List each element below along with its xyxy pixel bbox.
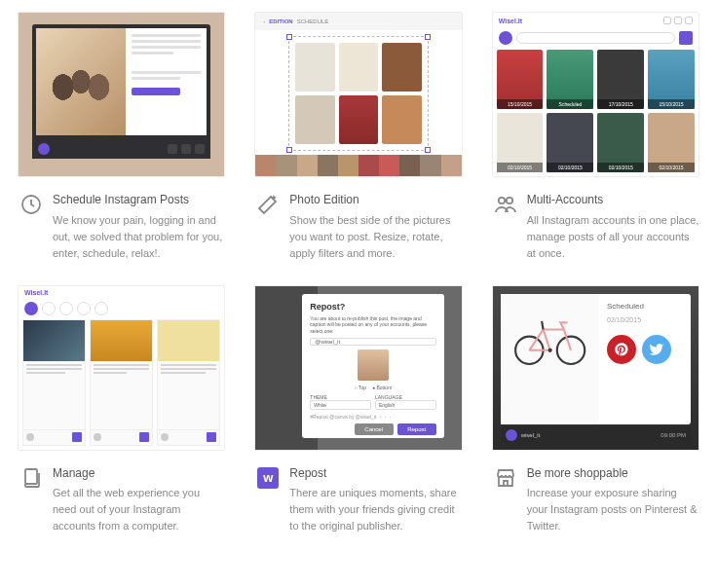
thumbnail-editor: ‹ EDITION SCHEDULE [254,12,462,177]
document-stack-icon [18,464,45,492]
bike-image [501,294,599,424]
cancel-button[interactable]: Cancel [355,423,394,435]
date-label: 02/10/2015 [607,316,683,323]
feature-card-multi: Wisel.It 15/10/2015 Scheduled 17/10/2015… [492,12,699,262]
magic-wand-icon [254,191,282,218]
feature-desc: Show the best side of the pictures you w… [289,212,462,262]
feature-desc: Increase your exposure sharing your Inst… [527,485,699,534]
feature-title: Schedule Instagram Posts [53,191,225,209]
feature-card-schedule: Schedule Instagram Posts We know your pa… [18,12,225,262]
feature-desc: All Instagram accounts in one place, man… [527,212,699,262]
status-label: Scheduled [607,302,683,311]
theme-select[interactable]: White [310,400,371,410]
feature-title: Repost [289,464,462,483]
feature-title: Multi-Accounts [527,191,699,209]
thumbnail-schedule [18,12,225,177]
lang-select[interactable]: English [375,400,436,410]
shop-icon [492,464,519,492]
svg-rect-3 [25,469,37,484]
pos-top-radio[interactable]: Top [355,385,366,390]
pinterest-icon[interactable] [607,335,636,364]
users-icon [492,191,519,218]
repost-badge-icon: w [254,464,282,492]
feature-card-manage: Wisel.It Manage Get all the web experien… [18,285,225,535]
twitter-icon[interactable] [642,335,671,364]
modal-title: Repost? [310,302,435,312]
thumbnail-multi: Wisel.It 15/10/2015 Scheduled 17/10/2015… [492,12,699,177]
thumbnail-repost: Repost? You are about to re-publish this… [254,285,462,451]
feature-desc: There are uniques moments, share them wi… [289,485,462,534]
feature-card-photo: ‹ EDITION SCHEDULE Photo Edition Show th… [254,12,462,262]
thumbnail-manage: Wisel.It [18,285,225,451]
feature-card-shoppable: Scheduled 02/10/2015 wisel_it 09:00 PM [492,285,699,535]
svg-point-6 [547,348,551,351]
account-select[interactable]: @wisel_it [310,338,435,346]
repost-button[interactable]: Repost [397,423,436,435]
feature-title: Manage [53,464,225,483]
features-grid: Schedule Instagram Posts We know your pa… [18,12,699,534]
feature-desc: We know your pain, logging in and out, w… [53,212,225,262]
feature-desc: Get all the web experience you need out … [53,485,225,534]
thumbnail-shoppable: Scheduled 02/10/2015 wisel_it 09:00 PM [492,285,699,451]
pos-bottom-radio[interactable]: Bottom [372,385,392,390]
feature-title: Photo Edition [289,191,462,209]
feature-title: Be more shoppable [527,464,699,483]
feature-card-repost: Repost? You are about to re-publish this… [254,285,462,535]
svg-point-2 [506,198,511,203]
svg-point-1 [498,198,504,203]
clock-icon [18,191,45,218]
